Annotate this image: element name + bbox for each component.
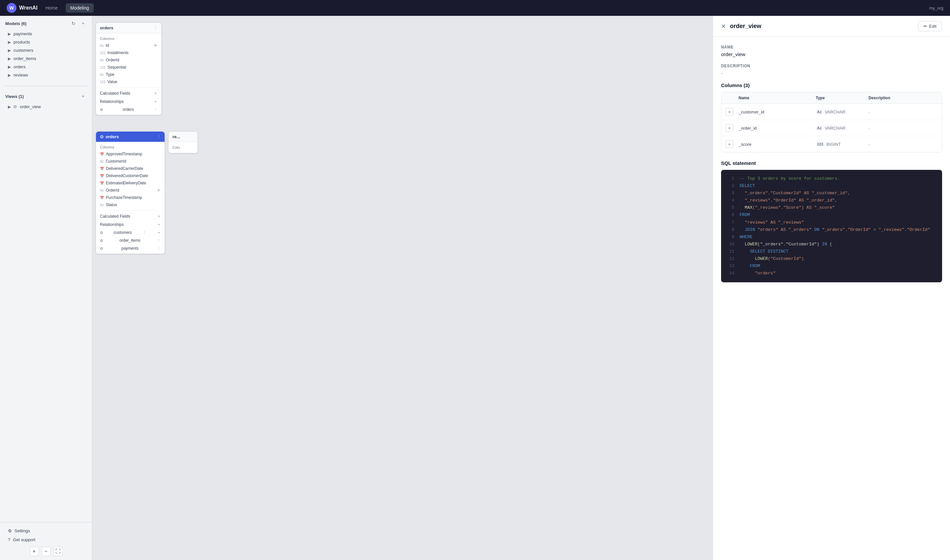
models-list: ▶ payments ▶ products ▶ customers ▶ orde…	[5, 30, 87, 79]
model-card-header: re...	[169, 132, 198, 142]
header-content: ⊙ orders	[100, 134, 119, 139]
menu-button[interactable]: ⋮	[157, 238, 161, 243]
header-cell-add	[721, 92, 734, 103]
column-name: Status	[106, 203, 117, 207]
add-model-button[interactable]: ＋	[80, 20, 87, 27]
chevron-right-icon: ▶	[8, 56, 11, 61]
views-section: Views (1) ＋ ▶ ⊡ order_view	[0, 89, 92, 115]
close-icon: ✕	[721, 23, 726, 30]
sidebar-item-order-view[interactable]: ▶ ⊡ order_view	[5, 103, 87, 111]
column-name: PurchaseTimestamp	[106, 195, 142, 200]
zoom-in-button[interactable]: +	[30, 547, 39, 556]
model-card-reviews: re... Colu	[168, 131, 198, 153]
add-calculated-field-button[interactable]: ＋	[157, 214, 161, 218]
relationships-item: Relationships ＋	[100, 98, 157, 105]
sql-line: 2 SELECT	[728, 182, 936, 190]
sql-line: 7 "reviews" AS "_reviews"	[728, 219, 936, 226]
sidebar-item-order-items[interactable]: ▶ order_items	[5, 54, 87, 63]
sql-plain: ("_orders"."CustomerId")	[758, 242, 822, 247]
type-icon: 📅	[100, 182, 104, 185]
sql-keyword: WHERE	[739, 234, 752, 241]
add-column-button[interactable]: +	[725, 108, 733, 116]
sql-string: ("_reviews"."Score") AS "_score"	[752, 205, 835, 210]
description-field-value: -	[721, 70, 942, 76]
support-nav-item[interactable]: ? Get support	[5, 535, 87, 544]
sidebar-item-label: reviews	[14, 72, 28, 77]
zoom-fit-button[interactable]: ⛶	[54, 547, 63, 556]
edit-button[interactable]: ✏ Edit	[918, 21, 942, 31]
type-icon: 📅	[100, 174, 104, 178]
line-number: 9	[728, 234, 734, 241]
right-panel-header: ✕ order_view ✏ Edit	[713, 16, 950, 37]
sql-string: "orders" AS "_orders"	[758, 227, 812, 232]
sidebar-item-label: products	[14, 40, 30, 45]
sql-keyword: ON	[814, 227, 819, 232]
varchar-type-icon: Az	[816, 126, 823, 130]
arrow-icon: →	[157, 230, 161, 235]
model-card-footer: Calculated Fields ＋ Relationships ＋ ⊙ cu…	[96, 211, 165, 254]
edit-label: Edit	[929, 24, 936, 29]
column-name: Type	[106, 72, 114, 77]
refresh-models-button[interactable]: ↻	[70, 20, 77, 27]
sql-line: 13 FROM	[728, 263, 936, 270]
sidebar-item-payments[interactable]: ▶ payments	[5, 30, 87, 38]
calculated-fields-item: Calculated Fields ＋	[100, 213, 161, 220]
type-icon: 123	[100, 51, 106, 55]
model-card-header: orders ⋮	[96, 23, 161, 33]
sql-mixed: LOWER("CustomerId")	[739, 255, 804, 263]
add-column-button[interactable]: +	[725, 140, 733, 148]
model-title: orders	[106, 134, 119, 139]
menu-button[interactable]: ⋮	[143, 231, 146, 235]
settings-nav-item[interactable]: ⚙ Settings	[5, 526, 87, 535]
sidebar-item-customers[interactable]: ▶ customers	[5, 46, 87, 54]
relationships-item: Relationships ＋	[100, 221, 161, 228]
main-layout: Models (6) ↻ ＋ ▶ payments ▶ products ▶ c…	[0, 16, 950, 560]
columns-section-label: Columns	[96, 35, 161, 42]
sql-string: "reviews" AS "_reviews"	[739, 219, 804, 226]
add-column-button[interactable]: +	[725, 124, 733, 132]
column-type-cell: Az VARCHAR	[812, 106, 865, 118]
model-card-row: 📅 DeliveredCarrierDate	[96, 165, 165, 172]
support-icon: ?	[8, 537, 10, 542]
logo-text: WrenAI	[19, 5, 38, 11]
related-order-items: ⊙ order_items ⋮	[100, 237, 161, 244]
add-relationship-button[interactable]: ＋	[154, 99, 157, 104]
columns-table: Name Type Description + _customer_id Az …	[721, 92, 942, 152]
home-nav-link[interactable]: Home	[46, 5, 58, 11]
sidebar-item-label: payments	[14, 31, 32, 36]
sidebar-item-orders[interactable]: ▶ orders	[5, 63, 87, 71]
eye-icon: 👁	[157, 188, 161, 192]
sidebar-item-label: customers	[14, 48, 33, 53]
model-card-menu-button[interactable]: ⋮	[157, 135, 161, 139]
sql-line: 14 "orders"	[728, 270, 936, 277]
db-icon: ⊙	[100, 134, 103, 139]
column-name-cell: _order_id	[734, 122, 812, 135]
add-relationship-button[interactable]: ＋	[157, 222, 161, 227]
sidebar-item-products[interactable]: ▶ products	[5, 38, 87, 46]
sql-mixed: JOIN "orders" AS "_orders" ON "_orders".…	[739, 226, 930, 234]
sql-string: "_orders"."CustomerId" AS "_customer_id"…	[739, 190, 850, 197]
zoom-out-button[interactable]: −	[42, 547, 51, 556]
type-icon: Az	[100, 203, 104, 207]
model-card-footer: Calculated Fields ＋ Relationships ＋ ⊙ or…	[96, 88, 161, 115]
column-description-cell: -	[865, 106, 942, 118]
line-number: 1	[728, 175, 734, 182]
line-number: 10	[728, 241, 734, 248]
model-card-menu-button[interactable]: ⋮	[154, 26, 157, 30]
add-calculated-field-button[interactable]: ＋	[154, 91, 157, 95]
related-model-menu[interactable]: ⋮	[154, 108, 157, 112]
menu-button[interactable]: ⋮	[157, 246, 161, 251]
canvas-area: orders ⋮ Columns Az Id 👁 123 Installment…	[92, 16, 713, 560]
related-customers: ⊙ customers ⋮ →	[100, 229, 161, 236]
modeling-nav-link[interactable]: Modeling	[66, 3, 94, 12]
column-type-cell: 123 BIGINT	[812, 138, 865, 151]
line-number: 11	[728, 248, 734, 255]
header-cell-name: Name	[734, 92, 812, 103]
add-view-button[interactable]: ＋	[80, 93, 87, 100]
db-icon: ⊙	[100, 231, 103, 235]
sql-string: "orders"	[739, 270, 776, 277]
models-section-actions: ↻ ＋	[70, 20, 87, 27]
sidebar-item-reviews[interactable]: ▶ reviews	[5, 71, 87, 79]
close-panel-button[interactable]: ✕	[721, 23, 726, 30]
line-number: 6	[728, 211, 734, 218]
